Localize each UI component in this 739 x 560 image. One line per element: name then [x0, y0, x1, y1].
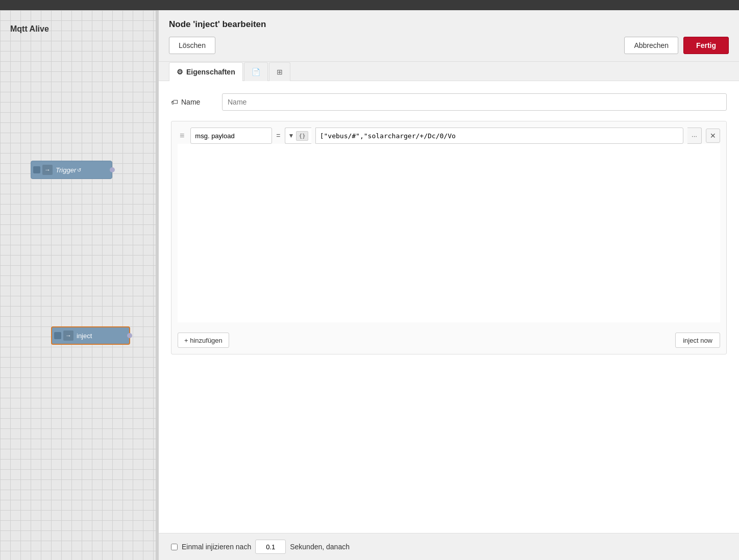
- equals-sign: =: [276, 132, 280, 140]
- refresh-icon: ↺: [77, 167, 81, 173]
- msg-key-input[interactable]: [190, 128, 272, 144]
- name-field-label: 🏷 Name: [171, 98, 222, 106]
- inject-node-arrow-icon: →: [63, 330, 73, 341]
- panel-toolbar: Löschen Abbrechen Fertig: [169, 37, 729, 54]
- seconds-label: Sekunden, danach: [290, 543, 350, 551]
- ellipsis-button[interactable]: ···: [687, 128, 702, 144]
- tabs-bar: ⚙ Eigenschaften 📄 ⊞: [159, 62, 739, 81]
- inject-once-label-before: Einmal injizieren nach: [182, 543, 251, 551]
- main-area: Mqtt Alive → Trigger ↺ → inject Node 'in: [0, 10, 739, 560]
- trigger-node-label: Trigger: [56, 166, 76, 174]
- type-badge: {}: [296, 131, 308, 141]
- msg-empty-area: [178, 144, 720, 322]
- cancel-button[interactable]: Abbrechen: [624, 37, 678, 54]
- inject-once-checkbox[interactable]: [171, 544, 178, 550]
- edit-panel: Node 'inject' bearbeiten Löschen Abbrech…: [159, 10, 739, 560]
- delete-row-button[interactable]: ✕: [706, 129, 720, 143]
- trigger-node[interactable]: → Trigger ↺: [31, 161, 112, 179]
- inject-node-input-port: [54, 332, 61, 339]
- inject-node-label: inject: [77, 332, 92, 340]
- top-bar: [0, 0, 739, 10]
- name-label-text: Name: [181, 98, 200, 106]
- canvas-title: Mqtt Alive: [10, 24, 49, 34]
- inject-node-output-port: [127, 333, 132, 338]
- add-button[interactable]: + hinzufügen: [178, 333, 229, 348]
- value-input[interactable]: [315, 128, 683, 144]
- gear-tab-icon: ⚙: [177, 68, 183, 76]
- msg-row: ≡ = ▼ {} ··· ✕: [178, 128, 720, 144]
- drag-handle-icon[interactable]: ≡: [178, 131, 186, 140]
- tab-appearance[interactable]: ⊞: [269, 62, 290, 81]
- tab-description[interactable]: 📄: [244, 62, 268, 81]
- layout-tab-icon: ⊞: [277, 68, 283, 76]
- panel-title: Node 'inject' bearbeiten: [169, 19, 729, 30]
- node-output-port: [110, 167, 115, 172]
- tab-properties-label: Eigenschaften: [186, 68, 235, 76]
- done-button[interactable]: Fertig: [683, 37, 729, 54]
- panel-header: Node 'inject' bearbeiten Löschen Abbrech…: [159, 10, 739, 62]
- inject-once-row: Einmal injizieren nach Sekunden, danach: [171, 540, 350, 554]
- panel-footer: Einmal injizieren nach Sekunden, danach: [159, 533, 739, 560]
- interval-input[interactable]: [255, 540, 286, 554]
- name-field-row: 🏷 Name: [171, 93, 727, 111]
- inject-now-button[interactable]: inject now: [675, 333, 720, 348]
- bottom-row: + hinzufügen inject now: [178, 328, 720, 348]
- doc-tab-icon: 📄: [252, 68, 260, 76]
- node-input-port: [33, 166, 40, 173]
- tab-properties[interactable]: ⚙ Eigenschaften: [169, 62, 243, 81]
- type-selector[interactable]: ▼ {}: [285, 128, 311, 144]
- name-input[interactable]: [222, 93, 727, 111]
- delete-button[interactable]: Löschen: [169, 37, 215, 54]
- inject-node[interactable]: → inject: [51, 326, 130, 345]
- panel-content: 🏷 Name ≡ = ▼ {} ··· ✕: [159, 81, 739, 533]
- node-arrow-icon: →: [42, 165, 53, 175]
- canvas-grid: Mqtt Alive → Trigger ↺ → inject: [0, 10, 156, 560]
- type-arrow-icon: ▼: [288, 132, 294, 139]
- tag-icon: 🏷: [171, 98, 178, 106]
- message-config-area: ≡ = ▼ {} ··· ✕ + hinzufügen inject: [171, 121, 727, 354]
- canvas-area: Mqtt Alive → Trigger ↺ → inject: [0, 10, 156, 560]
